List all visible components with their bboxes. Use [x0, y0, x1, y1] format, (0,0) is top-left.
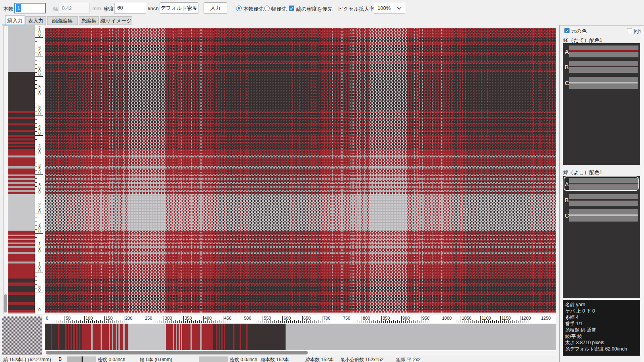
svg-text:0: 0 [46, 316, 48, 320]
svg-text:350: 350 [185, 316, 192, 320]
svg-text:0: 0 [38, 308, 41, 312]
svg-text:200: 200 [125, 316, 132, 320]
svg-text:0: 0 [38, 112, 41, 116]
svg-text:0: 0 [38, 210, 41, 214]
svg-text:0: 0 [38, 131, 41, 136]
svg-text:1250: 1250 [541, 316, 551, 320]
svg-text:400: 400 [204, 316, 211, 320]
svg-text:0: 0 [38, 269, 41, 273]
svg-text:700: 700 [323, 316, 330, 320]
svg-text:0: 0 [38, 33, 41, 38]
svg-text:100: 100 [86, 316, 93, 320]
svg-text:50: 50 [66, 316, 70, 320]
svg-text:950: 950 [422, 316, 429, 320]
svg-text:650: 650 [303, 316, 311, 320]
svg-text:0: 0 [38, 53, 41, 57]
svg-text:0: 0 [38, 72, 41, 77]
svg-text:0: 0 [38, 151, 41, 155]
svg-text:0: 0 [38, 171, 41, 175]
svg-text:0: 0 [38, 288, 41, 292]
svg-text:550: 550 [264, 316, 271, 320]
svg-text:0: 0 [38, 249, 41, 253]
svg-text:150: 150 [105, 316, 112, 320]
svg-text:1150: 1150 [501, 316, 511, 320]
svg-text:800: 800 [363, 316, 370, 320]
svg-text:1100: 1100 [482, 316, 491, 320]
svg-text:850: 850 [383, 316, 390, 320]
svg-text:1000: 1000 [442, 316, 452, 320]
svg-text:600: 600 [284, 316, 291, 320]
svg-text:0: 0 [38, 190, 41, 194]
svg-text:750: 750 [343, 316, 350, 320]
svg-text:900: 900 [402, 316, 410, 320]
svg-text:1050: 1050 [462, 316, 471, 320]
svg-text:450: 450 [224, 316, 231, 320]
svg-text:500: 500 [244, 316, 251, 320]
svg-text:0: 0 [38, 92, 41, 96]
svg-text:0: 0 [38, 229, 41, 234]
svg-text:250: 250 [145, 316, 152, 320]
svg-text:1200: 1200 [521, 316, 531, 320]
svg-text:300: 300 [165, 316, 172, 320]
